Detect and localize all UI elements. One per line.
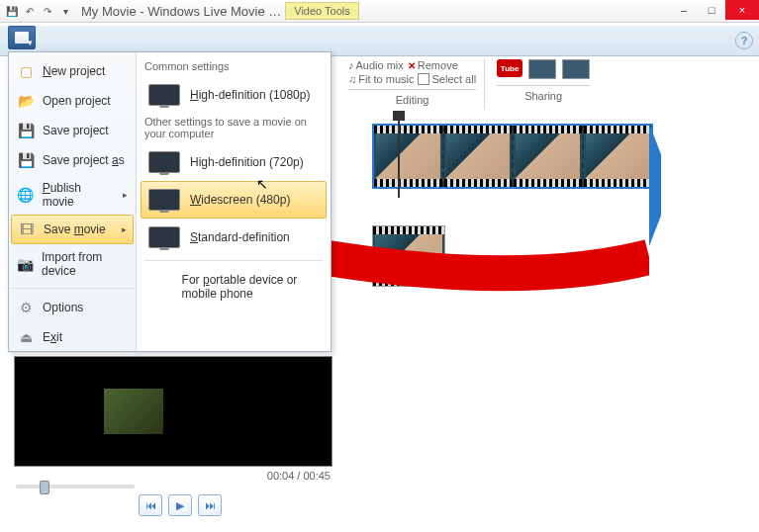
menu-publish-movie[interactable]: 🌐Publish movie▸ [9, 175, 136, 215]
youtube-icon[interactable]: Tube [497, 59, 522, 77]
ribbon-group-editing: ♪ Audio mix ✕Remove ♫ Fit to music Selec… [340, 59, 485, 110]
playback-time: 00:04 / 00:45 [14, 470, 331, 482]
option-hd-1080p[interactable]: High-definition (1080p) [144, 76, 323, 114]
window-controls: – □ × [670, 0, 759, 20]
fit-to-music-item[interactable]: ♫ Fit to music [348, 73, 414, 85]
submenu-arrow-icon: ▸ [122, 224, 127, 234]
minimize-button[interactable]: – [670, 0, 698, 20]
menu-save-movie[interactable]: 🎞Save movie▸ [11, 215, 134, 244]
menu-options[interactable]: ⚙Options [9, 293, 136, 322]
remove-item[interactable]: ✕Remove [408, 59, 458, 71]
option-hd-720p[interactable]: High-definition (720p) [144, 143, 323, 181]
next-frame-button[interactable]: ⏭ [198, 494, 222, 516]
menu-new-project[interactable]: ▢New project [9, 56, 136, 86]
share-thumb-1-icon[interactable] [528, 59, 556, 79]
select-all-item[interactable]: Select all [418, 73, 476, 85]
globe-icon: 🌐 [17, 186, 35, 204]
quick-access-toolbar: 💾 ↶ ↷ ▾ [4, 3, 73, 19]
video-preview[interactable] [14, 356, 332, 467]
import-icon: 📷 [17, 255, 34, 273]
help-button[interactable]: ? [735, 32, 753, 49]
group-label-sharing: Sharing [524, 90, 562, 102]
option-portable-device[interactable]: For portable device or mobile phone [144, 265, 323, 309]
monitor-icon [148, 189, 180, 211]
menu-import-from-device[interactable]: 📷Import from device [9, 244, 136, 284]
menu-exit[interactable]: ⏏Exit [9, 322, 136, 352]
timeline-clip-1[interactable] [372, 124, 653, 189]
option-standard-definition[interactable]: Standard-definition [144, 219, 323, 256]
save-as-icon: 💾 [17, 151, 35, 169]
cursor-icon: ↖ [256, 176, 268, 192]
share-thumb-2-icon[interactable] [562, 59, 590, 79]
qat-undo-icon[interactable]: ↶ [22, 3, 38, 19]
common-settings-header: Common settings [144, 60, 323, 72]
exit-icon: ⏏ [17, 328, 35, 346]
new-icon: ▢ [17, 62, 35, 80]
file-menu-left-pane: ▢New project 📂Open project 💾Save project… [9, 52, 137, 351]
play-button[interactable]: ▶ [168, 494, 192, 516]
film-icon: 🎞 [18, 221, 36, 238]
clip-end-marker [649, 124, 661, 246]
options-icon: ⚙ [17, 299, 35, 316]
file-menu-dropdown: ▢New project 📂Open project 💾Save project… [8, 51, 332, 352]
preview-frame [104, 389, 163, 434]
timeline-clip-2[interactable] [372, 225, 443, 285]
contextual-tab-label[interactable]: Video Tools [285, 2, 358, 20]
maximize-button[interactable]: □ [698, 0, 725, 20]
menu-save-project[interactable]: 💾Save project [9, 116, 136, 145]
qat-dropdown-icon[interactable]: ▾ [57, 3, 73, 19]
playhead-marker[interactable] [398, 111, 400, 198]
menu-label: ew project [51, 64, 106, 78]
menu-open-project[interactable]: 📂Open project [9, 86, 136, 116]
audio-mix-item[interactable]: ♪ Audio mix [348, 59, 404, 71]
monitor-icon [148, 151, 180, 173]
seek-bar[interactable] [16, 485, 135, 488]
option-widescreen-480p[interactable]: Widescreen (480p) [141, 181, 327, 219]
ribbon-groups: ♪ Audio mix ✕Remove ♫ Fit to music Selec… [340, 59, 598, 110]
titlebar: 💾 ↶ ↷ ▾ My Movie - Windows Live Movie … … [0, 0, 759, 23]
close-button[interactable]: × [725, 0, 759, 20]
save-icon: 💾 [17, 122, 35, 139]
submenu-arrow-icon: ▸ [123, 190, 128, 200]
menu-separator [9, 288, 136, 289]
playback-controls: ⏮ ▶ ⏭ [139, 494, 222, 516]
window-title: My Movie - Windows Live Movie … [81, 4, 281, 19]
group-label-editing: Editing [396, 94, 429, 106]
other-settings-header: Other settings to save a movie on your c… [144, 116, 323, 139]
menu-save-project-as[interactable]: 💾Save project as [9, 145, 136, 175]
submenu-separator [144, 260, 323, 261]
save-movie-submenu: Common settings High-definition (1080p) … [137, 52, 331, 351]
qat-redo-icon[interactable]: ↷ [40, 3, 55, 19]
monitor-icon [148, 226, 180, 248]
ribbon-group-sharing: Tube Sharing [489, 59, 598, 110]
folder-open-icon: 📂 [17, 92, 35, 110]
monitor-icon [148, 84, 180, 106]
seek-thumb[interactable] [40, 481, 49, 494]
qat-save-icon[interactable]: 💾 [4, 3, 20, 19]
file-menu-button[interactable] [8, 26, 36, 49]
prev-frame-button[interactable]: ⏮ [139, 494, 162, 516]
